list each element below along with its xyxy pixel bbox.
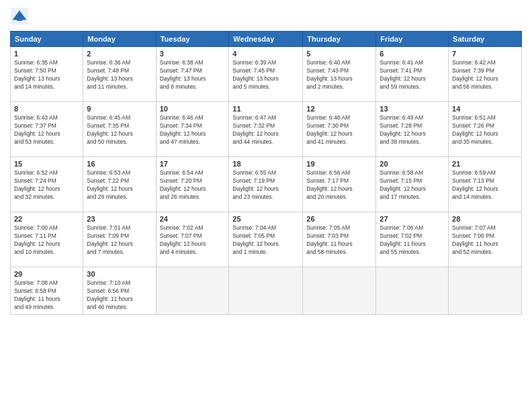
day-number: 26 bbox=[306, 215, 372, 223]
calendar-cell bbox=[229, 267, 303, 315]
day-info: Sunrise: 7:08 AMSunset: 6:58 PMDaylight:… bbox=[14, 279, 79, 312]
days-of-week-row: SundayMondayTuesdayWednesdayThursdayFrid… bbox=[11, 32, 522, 47]
calendar-cell: 20Sunrise: 6:58 AMSunset: 7:15 PMDayligh… bbox=[376, 157, 449, 212]
day-number: 11 bbox=[232, 105, 299, 113]
day-of-week-monday: Monday bbox=[83, 32, 156, 47]
day-number: 24 bbox=[160, 215, 226, 223]
calendar-cell: 29Sunrise: 7:08 AMSunset: 6:58 PMDayligh… bbox=[11, 267, 83, 315]
page: SundayMondayTuesdayWednesdayThursdayFrid… bbox=[0, 0, 532, 411]
day-info: Sunrise: 6:36 AMSunset: 7:48 PMDaylight:… bbox=[87, 59, 152, 91]
day-info: Sunrise: 6:48 AMSunset: 7:30 PMDaylight:… bbox=[306, 114, 372, 146]
calendar-cell: 26Sunrise: 7:05 AMSunset: 7:03 PMDayligh… bbox=[303, 212, 376, 267]
day-info: Sunrise: 7:02 AMSunset: 7:07 PMDaylight:… bbox=[160, 224, 226, 257]
calendar-cell: 21Sunrise: 6:59 AMSunset: 7:13 PMDayligh… bbox=[449, 157, 522, 212]
calendar-cell: 27Sunrise: 7:06 AMSunset: 7:02 PMDayligh… bbox=[376, 212, 449, 267]
day-info: Sunrise: 6:53 AMSunset: 7:22 PMDaylight:… bbox=[87, 169, 152, 201]
day-number: 30 bbox=[87, 270, 152, 278]
day-info: Sunrise: 7:05 AMSunset: 7:03 PMDaylight:… bbox=[306, 224, 372, 257]
day-number: 16 bbox=[87, 160, 152, 168]
day-number: 2 bbox=[87, 50, 152, 58]
day-info: Sunrise: 7:01 AMSunset: 7:09 PMDaylight:… bbox=[87, 224, 152, 257]
calendar-cell: 8Sunrise: 6:43 AMSunset: 7:37 PMDaylight… bbox=[11, 102, 83, 157]
day-of-week-friday: Friday bbox=[376, 32, 449, 47]
calendar-cell: 25Sunrise: 7:04 AMSunset: 7:05 PMDayligh… bbox=[229, 212, 303, 267]
day-info: Sunrise: 7:10 AMSunset: 6:56 PMDaylight:… bbox=[87, 279, 152, 312]
day-info: Sunrise: 6:40 AMSunset: 7:43 PMDaylight:… bbox=[306, 59, 372, 91]
day-info: Sunrise: 6:55 AMSunset: 7:19 PMDaylight:… bbox=[232, 169, 299, 201]
calendar-cell: 2Sunrise: 6:36 AMSunset: 7:48 PMDaylight… bbox=[83, 47, 156, 102]
day-number: 6 bbox=[380, 50, 445, 58]
day-of-week-sunday: Sunday bbox=[11, 32, 83, 47]
calendar-cell: 19Sunrise: 6:56 AMSunset: 7:17 PMDayligh… bbox=[303, 157, 376, 212]
calendar-cell: 15Sunrise: 6:52 AMSunset: 7:24 PMDayligh… bbox=[11, 157, 83, 212]
calendar-cell bbox=[156, 267, 229, 315]
day-of-week-saturday: Saturday bbox=[449, 32, 522, 47]
day-number: 10 bbox=[160, 105, 226, 113]
calendar-cell: 17Sunrise: 6:54 AMSunset: 7:20 PMDayligh… bbox=[156, 157, 229, 212]
day-info: Sunrise: 6:35 AMSunset: 7:50 PMDaylight:… bbox=[14, 59, 79, 91]
day-info: Sunrise: 6:54 AMSunset: 7:20 PMDaylight:… bbox=[160, 169, 226, 201]
day-number: 7 bbox=[452, 50, 518, 58]
calendar-cell: 9Sunrise: 6:45 AMSunset: 7:35 PMDaylight… bbox=[83, 102, 156, 157]
day-number: 9 bbox=[87, 105, 152, 113]
calendar-cell: 7Sunrise: 6:42 AMSunset: 7:39 PMDaylight… bbox=[449, 47, 522, 102]
day-info: Sunrise: 6:45 AMSunset: 7:35 PMDaylight:… bbox=[87, 114, 152, 146]
day-number: 14 bbox=[452, 105, 518, 113]
calendar-cell: 22Sunrise: 7:00 AMSunset: 7:11 PMDayligh… bbox=[11, 212, 83, 267]
day-number: 15 bbox=[14, 160, 79, 168]
day-number: 19 bbox=[306, 160, 372, 168]
day-of-week-thursday: Thursday bbox=[303, 32, 376, 47]
day-info: Sunrise: 7:00 AMSunset: 7:11 PMDaylight:… bbox=[14, 224, 79, 257]
day-number: 4 bbox=[232, 50, 299, 58]
day-number: 25 bbox=[232, 215, 299, 223]
day-info: Sunrise: 7:06 AMSunset: 7:02 PMDaylight:… bbox=[380, 224, 445, 257]
day-info: Sunrise: 7:04 AMSunset: 7:05 PMDaylight:… bbox=[232, 224, 299, 257]
day-info: Sunrise: 6:43 AMSunset: 7:37 PMDaylight:… bbox=[14, 114, 79, 146]
day-info: Sunrise: 6:56 AMSunset: 7:17 PMDaylight:… bbox=[306, 169, 372, 201]
day-number: 28 bbox=[452, 215, 518, 223]
week-row-3: 15Sunrise: 6:52 AMSunset: 7:24 PMDayligh… bbox=[11, 157, 522, 212]
calendar-cell: 23Sunrise: 7:01 AMSunset: 7:09 PMDayligh… bbox=[83, 212, 156, 267]
calendar: SundayMondayTuesdayWednesdayThursdayFrid… bbox=[10, 31, 522, 315]
week-row-1: 1Sunrise: 6:35 AMSunset: 7:50 PMDaylight… bbox=[11, 47, 522, 102]
day-info: Sunrise: 6:49 AMSunset: 7:28 PMDaylight:… bbox=[380, 114, 445, 146]
calendar-cell: 4Sunrise: 6:39 AMSunset: 7:45 PMDaylight… bbox=[229, 47, 303, 102]
day-info: Sunrise: 6:38 AMSunset: 7:47 PMDaylight:… bbox=[160, 59, 226, 91]
day-number: 23 bbox=[87, 215, 152, 223]
day-number: 17 bbox=[160, 160, 226, 168]
day-info: Sunrise: 6:58 AMSunset: 7:15 PMDaylight:… bbox=[380, 169, 445, 201]
day-number: 13 bbox=[380, 105, 445, 113]
week-row-2: 8Sunrise: 6:43 AMSunset: 7:37 PMDaylight… bbox=[11, 102, 522, 157]
day-info: Sunrise: 6:51 AMSunset: 7:26 PMDaylight:… bbox=[452, 114, 518, 146]
day-info: Sunrise: 6:41 AMSunset: 7:41 PMDaylight:… bbox=[380, 59, 445, 91]
calendar-cell: 24Sunrise: 7:02 AMSunset: 7:07 PMDayligh… bbox=[156, 212, 229, 267]
day-info: Sunrise: 6:39 AMSunset: 7:45 PMDaylight:… bbox=[232, 59, 299, 91]
week-row-5: 29Sunrise: 7:08 AMSunset: 6:58 PMDayligh… bbox=[11, 267, 522, 315]
calendar-cell bbox=[303, 267, 376, 315]
calendar-cell: 28Sunrise: 7:07 AMSunset: 7:00 PMDayligh… bbox=[449, 212, 522, 267]
day-number: 8 bbox=[14, 105, 79, 113]
day-number: 1 bbox=[14, 50, 79, 58]
day-info: Sunrise: 6:47 AMSunset: 7:32 PMDaylight:… bbox=[232, 114, 299, 146]
day-info: Sunrise: 7:07 AMSunset: 7:00 PMDaylight:… bbox=[452, 224, 518, 257]
day-number: 12 bbox=[306, 105, 372, 113]
calendar-cell: 16Sunrise: 6:53 AMSunset: 7:22 PMDayligh… bbox=[83, 157, 156, 212]
day-number: 3 bbox=[160, 50, 226, 58]
svg-rect-3 bbox=[17, 17, 22, 21]
calendar-cell: 10Sunrise: 6:46 AMSunset: 7:34 PMDayligh… bbox=[156, 102, 229, 157]
calendar-header: SundayMondayTuesdayWednesdayThursdayFrid… bbox=[11, 32, 522, 47]
calendar-cell: 30Sunrise: 7:10 AMSunset: 6:56 PMDayligh… bbox=[83, 267, 156, 315]
logo bbox=[10, 7, 32, 26]
calendar-cell: 5Sunrise: 6:40 AMSunset: 7:43 PMDaylight… bbox=[303, 47, 376, 102]
calendar-cell bbox=[449, 267, 522, 315]
day-number: 5 bbox=[306, 50, 372, 58]
calendar-body: 1Sunrise: 6:35 AMSunset: 7:50 PMDaylight… bbox=[11, 47, 522, 315]
day-number: 29 bbox=[14, 270, 79, 278]
day-number: 20 bbox=[380, 160, 445, 168]
week-row-4: 22Sunrise: 7:00 AMSunset: 7:11 PMDayligh… bbox=[11, 212, 522, 267]
day-number: 27 bbox=[380, 215, 445, 223]
calendar-cell: 14Sunrise: 6:51 AMSunset: 7:26 PMDayligh… bbox=[449, 102, 522, 157]
calendar-cell: 13Sunrise: 6:49 AMSunset: 7:28 PMDayligh… bbox=[376, 102, 449, 157]
logo-icon bbox=[10, 7, 29, 26]
day-of-week-wednesday: Wednesday bbox=[229, 32, 303, 47]
